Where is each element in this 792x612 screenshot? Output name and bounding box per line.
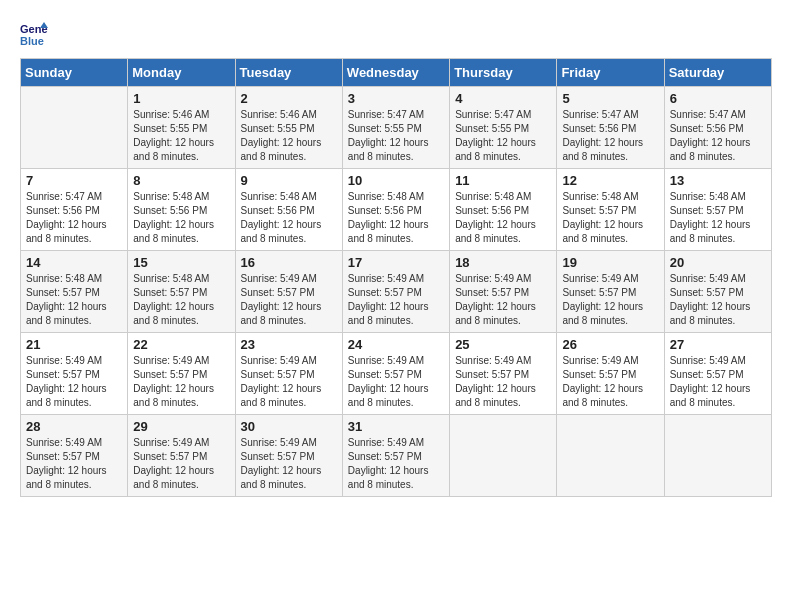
calendar-cell: 8Sunrise: 5:48 AM Sunset: 5:56 PM Daylig… [128, 169, 235, 251]
day-number: 3 [348, 91, 444, 106]
calendar-header-sunday: Sunday [21, 59, 128, 87]
day-number: 12 [562, 173, 658, 188]
day-number: 8 [133, 173, 229, 188]
day-info: Sunrise: 5:49 AM Sunset: 5:57 PM Dayligh… [670, 354, 766, 410]
calendar-header-tuesday: Tuesday [235, 59, 342, 87]
svg-text:Blue: Blue [20, 35, 44, 47]
day-info: Sunrise: 5:48 AM Sunset: 5:56 PM Dayligh… [133, 190, 229, 246]
calendar-week-row: 28Sunrise: 5:49 AM Sunset: 5:57 PM Dayli… [21, 415, 772, 497]
calendar-cell: 23Sunrise: 5:49 AM Sunset: 5:57 PM Dayli… [235, 333, 342, 415]
day-number: 20 [670, 255, 766, 270]
day-number: 18 [455, 255, 551, 270]
day-info: Sunrise: 5:49 AM Sunset: 5:57 PM Dayligh… [26, 436, 122, 492]
day-number: 7 [26, 173, 122, 188]
logo-icon: General Blue [20, 20, 48, 48]
calendar-header-row: SundayMondayTuesdayWednesdayThursdayFrid… [21, 59, 772, 87]
calendar-cell: 30Sunrise: 5:49 AM Sunset: 5:57 PM Dayli… [235, 415, 342, 497]
day-number: 13 [670, 173, 766, 188]
calendar-cell: 16Sunrise: 5:49 AM Sunset: 5:57 PM Dayli… [235, 251, 342, 333]
day-number: 16 [241, 255, 337, 270]
calendar-cell [21, 87, 128, 169]
day-number: 29 [133, 419, 229, 434]
day-info: Sunrise: 5:48 AM Sunset: 5:57 PM Dayligh… [26, 272, 122, 328]
day-info: Sunrise: 5:47 AM Sunset: 5:56 PM Dayligh… [670, 108, 766, 164]
day-info: Sunrise: 5:47 AM Sunset: 5:56 PM Dayligh… [562, 108, 658, 164]
day-info: Sunrise: 5:48 AM Sunset: 5:57 PM Dayligh… [562, 190, 658, 246]
calendar-cell [557, 415, 664, 497]
day-info: Sunrise: 5:49 AM Sunset: 5:57 PM Dayligh… [348, 436, 444, 492]
calendar-cell: 31Sunrise: 5:49 AM Sunset: 5:57 PM Dayli… [342, 415, 449, 497]
calendar-cell [450, 415, 557, 497]
calendar-cell: 24Sunrise: 5:49 AM Sunset: 5:57 PM Dayli… [342, 333, 449, 415]
day-number: 25 [455, 337, 551, 352]
day-number: 2 [241, 91, 337, 106]
calendar-table: SundayMondayTuesdayWednesdayThursdayFrid… [20, 58, 772, 497]
day-info: Sunrise: 5:48 AM Sunset: 5:56 PM Dayligh… [241, 190, 337, 246]
day-number: 19 [562, 255, 658, 270]
day-info: Sunrise: 5:49 AM Sunset: 5:57 PM Dayligh… [241, 436, 337, 492]
day-number: 14 [26, 255, 122, 270]
day-number: 5 [562, 91, 658, 106]
calendar-header-thursday: Thursday [450, 59, 557, 87]
day-number: 6 [670, 91, 766, 106]
day-number: 15 [133, 255, 229, 270]
day-number: 9 [241, 173, 337, 188]
calendar-cell: 1Sunrise: 5:46 AM Sunset: 5:55 PM Daylig… [128, 87, 235, 169]
day-info: Sunrise: 5:49 AM Sunset: 5:57 PM Dayligh… [348, 354, 444, 410]
day-info: Sunrise: 5:48 AM Sunset: 5:57 PM Dayligh… [133, 272, 229, 328]
day-number: 10 [348, 173, 444, 188]
calendar-cell: 5Sunrise: 5:47 AM Sunset: 5:56 PM Daylig… [557, 87, 664, 169]
calendar-cell: 14Sunrise: 5:48 AM Sunset: 5:57 PM Dayli… [21, 251, 128, 333]
calendar-cell: 18Sunrise: 5:49 AM Sunset: 5:57 PM Dayli… [450, 251, 557, 333]
day-info: Sunrise: 5:46 AM Sunset: 5:55 PM Dayligh… [133, 108, 229, 164]
day-info: Sunrise: 5:49 AM Sunset: 5:57 PM Dayligh… [348, 272, 444, 328]
calendar-cell: 21Sunrise: 5:49 AM Sunset: 5:57 PM Dayli… [21, 333, 128, 415]
day-info: Sunrise: 5:47 AM Sunset: 5:56 PM Dayligh… [26, 190, 122, 246]
day-number: 22 [133, 337, 229, 352]
calendar-week-row: 21Sunrise: 5:49 AM Sunset: 5:57 PM Dayli… [21, 333, 772, 415]
calendar-header-saturday: Saturday [664, 59, 771, 87]
calendar-week-row: 7Sunrise: 5:47 AM Sunset: 5:56 PM Daylig… [21, 169, 772, 251]
day-number: 17 [348, 255, 444, 270]
day-number: 30 [241, 419, 337, 434]
day-info: Sunrise: 5:49 AM Sunset: 5:57 PM Dayligh… [455, 272, 551, 328]
calendar-cell: 17Sunrise: 5:49 AM Sunset: 5:57 PM Dayli… [342, 251, 449, 333]
day-number: 24 [348, 337, 444, 352]
header: General Blue [20, 20, 772, 48]
calendar-cell: 9Sunrise: 5:48 AM Sunset: 5:56 PM Daylig… [235, 169, 342, 251]
day-number: 27 [670, 337, 766, 352]
day-number: 21 [26, 337, 122, 352]
calendar-cell: 29Sunrise: 5:49 AM Sunset: 5:57 PM Dayli… [128, 415, 235, 497]
day-info: Sunrise: 5:49 AM Sunset: 5:57 PM Dayligh… [241, 354, 337, 410]
calendar-cell: 27Sunrise: 5:49 AM Sunset: 5:57 PM Dayli… [664, 333, 771, 415]
day-info: Sunrise: 5:49 AM Sunset: 5:57 PM Dayligh… [133, 354, 229, 410]
day-info: Sunrise: 5:47 AM Sunset: 5:55 PM Dayligh… [455, 108, 551, 164]
day-info: Sunrise: 5:49 AM Sunset: 5:57 PM Dayligh… [26, 354, 122, 410]
day-info: Sunrise: 5:48 AM Sunset: 5:56 PM Dayligh… [348, 190, 444, 246]
day-number: 26 [562, 337, 658, 352]
day-info: Sunrise: 5:49 AM Sunset: 5:57 PM Dayligh… [133, 436, 229, 492]
calendar-cell: 20Sunrise: 5:49 AM Sunset: 5:57 PM Dayli… [664, 251, 771, 333]
calendar-cell: 11Sunrise: 5:48 AM Sunset: 5:56 PM Dayli… [450, 169, 557, 251]
day-number: 28 [26, 419, 122, 434]
calendar-cell: 13Sunrise: 5:48 AM Sunset: 5:57 PM Dayli… [664, 169, 771, 251]
day-info: Sunrise: 5:49 AM Sunset: 5:57 PM Dayligh… [241, 272, 337, 328]
calendar-cell: 15Sunrise: 5:48 AM Sunset: 5:57 PM Dayli… [128, 251, 235, 333]
calendar-header-monday: Monday [128, 59, 235, 87]
day-info: Sunrise: 5:49 AM Sunset: 5:57 PM Dayligh… [455, 354, 551, 410]
day-number: 31 [348, 419, 444, 434]
day-info: Sunrise: 5:49 AM Sunset: 5:57 PM Dayligh… [670, 272, 766, 328]
calendar-cell: 26Sunrise: 5:49 AM Sunset: 5:57 PM Dayli… [557, 333, 664, 415]
calendar-cell [664, 415, 771, 497]
calendar-cell: 19Sunrise: 5:49 AM Sunset: 5:57 PM Dayli… [557, 251, 664, 333]
day-info: Sunrise: 5:47 AM Sunset: 5:55 PM Dayligh… [348, 108, 444, 164]
day-info: Sunrise: 5:49 AM Sunset: 5:57 PM Dayligh… [562, 272, 658, 328]
calendar-body: 1Sunrise: 5:46 AM Sunset: 5:55 PM Daylig… [21, 87, 772, 497]
day-info: Sunrise: 5:46 AM Sunset: 5:55 PM Dayligh… [241, 108, 337, 164]
day-info: Sunrise: 5:48 AM Sunset: 5:57 PM Dayligh… [670, 190, 766, 246]
calendar-cell: 22Sunrise: 5:49 AM Sunset: 5:57 PM Dayli… [128, 333, 235, 415]
day-number: 4 [455, 91, 551, 106]
calendar-header-wednesday: Wednesday [342, 59, 449, 87]
calendar-header-friday: Friday [557, 59, 664, 87]
day-number: 23 [241, 337, 337, 352]
